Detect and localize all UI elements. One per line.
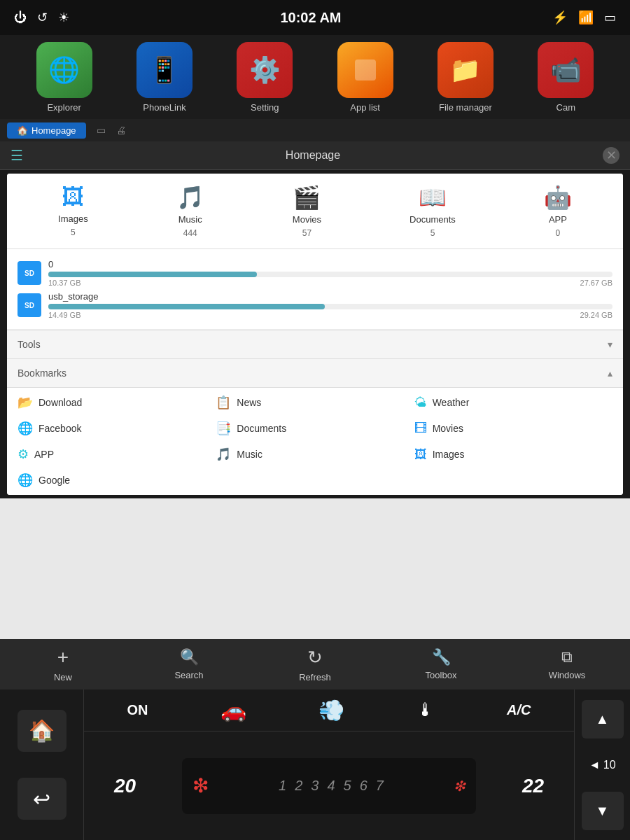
- hamburger-menu[interactable]: ☰: [10, 147, 23, 164]
- tab-homepage[interactable]: 🏠 Homepage: [7, 122, 86, 139]
- main-content: 🖼 Images 5 🎵 Music 444 🎬 Movies 57 📖 Doc…: [7, 174, 623, 495]
- storage-section: SD 0 10.37 GB 27.67 GB SD usb_storage: [7, 249, 623, 330]
- bookmark-news-label: News: [237, 397, 261, 408]
- bookmark-google-label: Google: [38, 475, 70, 486]
- app-count: 0: [556, 228, 561, 238]
- app-explorer[interactable]: 🌐 Explorer: [36, 42, 92, 113]
- bookmark-google[interactable]: 🌐 Google: [18, 472, 216, 488]
- app-phonelink[interactable]: 📱 PhoneLink: [136, 42, 192, 113]
- close-button[interactable]: ✕: [603, 147, 620, 164]
- status-time: 10:02 AM: [280, 10, 341, 26]
- toolbar-search[interactable]: 🔍 Search: [126, 648, 252, 680]
- toolbar-new-label: New: [54, 672, 72, 682]
- bookmark-images[interactable]: 🖼 Images: [414, 447, 612, 462]
- media-app[interactable]: 🤖 APP 0: [544, 184, 572, 238]
- fan-num-6: 6: [360, 778, 368, 794]
- fan-left-icon[interactable]: ❇: [192, 774, 209, 797]
- tools-arrow-icon: ▾: [608, 339, 612, 350]
- storage-usb-info: usb_storage 14.49 GB 29.24 GB: [48, 291, 612, 319]
- homepage-panel: ☰ Homepage ✕: [0, 141, 630, 170]
- refresh-icon[interactable]: ↺: [37, 10, 48, 25]
- car-top-row: ON 🚗 💨 🌡 A/C: [84, 690, 574, 732]
- new-icon: +: [57, 646, 69, 668]
- bookmark-app[interactable]: ⚙ APP: [18, 447, 216, 462]
- bookmark-facebook[interactable]: 🌐 Facebook: [18, 421, 216, 436]
- media-images[interactable]: 🖼 Images 5: [58, 184, 88, 238]
- images-count: 5: [71, 227, 76, 237]
- app-explorer-label: Explorer: [47, 102, 80, 113]
- storage-usb-bar-container: [48, 304, 612, 309]
- car-ac-label[interactable]: A/C: [507, 702, 531, 718]
- toolbar-toolbox-label: Toolbox: [426, 670, 457, 680]
- media-documents[interactable]: 📖 Documents 5: [410, 184, 456, 238]
- music-label: Music: [178, 214, 202, 225]
- toolbar-search-label: Search: [174, 670, 203, 680]
- bookmarks-section-header[interactable]: Bookmarks ▴: [7, 359, 623, 388]
- bookmark-weather-label: Weather: [433, 397, 470, 408]
- phonelink-icon: 📱: [136, 42, 192, 98]
- download-icon: 📂: [18, 395, 33, 410]
- toolbar-new[interactable]: + New: [0, 646, 126, 682]
- app-icon: 🤖: [544, 184, 572, 211]
- sd-icon-usb: SD: [18, 293, 41, 317]
- vol-up-button[interactable]: ▲: [582, 700, 624, 738]
- bookmark-documents-label: Documents: [237, 423, 286, 434]
- fan-num-1: 1: [279, 778, 286, 794]
- toolbar-windows[interactable]: ⧉ Windows: [504, 648, 630, 680]
- vol-down-button[interactable]: ▼: [582, 792, 624, 830]
- media-music[interactable]: 🎵 Music 444: [176, 184, 204, 238]
- bookmark-weather[interactable]: 🌤 Weather: [414, 395, 612, 410]
- bookmark-movies[interactable]: 🎞 Movies: [414, 421, 612, 436]
- bookmark-movies-icon: 🎞: [414, 421, 427, 436]
- app-filemanager-label: File manager: [439, 102, 492, 113]
- storage-0[interactable]: SD 0 10.37 GB 27.67 GB: [18, 259, 612, 287]
- car-mode-icon[interactable]: 🚗: [220, 698, 246, 722]
- applist-icon: [337, 42, 393, 98]
- tools-section[interactable]: Tools ▾: [7, 330, 623, 359]
- bookmark-documents-icon: 📑: [216, 421, 231, 436]
- left-temp-display: 20: [114, 775, 136, 797]
- status-bar: ⏻ ↺ ☀ 10:02 AM ⚡ 📶 ▭: [0, 0, 630, 35]
- car-fan-icon[interactable]: 💨: [318, 698, 344, 722]
- car-main-controls: ON 🚗 💨 🌡 A/C 20 ❇ 1 2 3 4 5 6 7 ❇: [84, 690, 574, 840]
- bookmark-news[interactable]: 📋 News: [216, 395, 414, 410]
- back-button[interactable]: ↩: [18, 778, 66, 820]
- app-filemanager[interactable]: 📁 File manager: [438, 42, 493, 113]
- bookmark-images-label: Images: [433, 449, 465, 460]
- fan-right-icon[interactable]: ❇: [454, 778, 465, 794]
- app-setting-label: Setting: [251, 102, 279, 113]
- homepage-header: ☰ Homepage ✕: [0, 141, 630, 169]
- bookmark-music-label: Music: [237, 449, 262, 460]
- toolbar-toolbox[interactable]: 🔧 Toolbox: [378, 648, 504, 680]
- explorer-icon: 🌐: [36, 42, 92, 98]
- bookmark-music[interactable]: 🎵 Music: [216, 447, 414, 462]
- power-icon[interactable]: ⏻: [14, 10, 27, 25]
- bookmark-app-icon: ⚙: [18, 447, 29, 462]
- car-bottom-row: 20 ❇ 1 2 3 4 5 6 7 ❇ 22: [84, 732, 574, 840]
- tab-bar: 🏠 Homepage ▭ 🖨: [0, 119, 630, 141]
- storage-usb-total: 29.24 GB: [580, 311, 612, 319]
- car-wiper-icon[interactable]: 🌡: [416, 699, 435, 721]
- storage-usb[interactable]: SD usb_storage 14.49 GB 29.24 GB: [18, 291, 612, 319]
- bookmark-images-icon: 🖼: [414, 447, 427, 462]
- bottom-toolbar: + New 🔍 Search ↻ Refresh 🔧 Toolbox ⧉ Win…: [0, 639, 630, 690]
- app-applist[interactable]: App list: [337, 42, 393, 113]
- usb-icon: ⚡: [552, 10, 568, 25]
- media-grid: 🖼 Images 5 🎵 Music 444 🎬 Movies 57 📖 Doc…: [7, 174, 623, 249]
- app-phonelink-label: PhoneLink: [143, 102, 186, 113]
- brightness-icon[interactable]: ☀: [58, 10, 69, 25]
- bookmark-download-label: Download: [38, 397, 82, 408]
- tab-extra-icon2: 🖨: [116, 125, 126, 136]
- toolbar-refresh[interactable]: ↻ Refresh: [252, 647, 378, 682]
- bookmark-download[interactable]: 📂 Download: [18, 395, 216, 410]
- car-control: 🏠 ↩ ON 🚗 💨 🌡 A/C 20 ❇ 1 2 3 4 5 6 7: [0, 690, 630, 840]
- app-cam[interactable]: 📹 Cam: [538, 42, 594, 113]
- bookmark-documents[interactable]: 📑 Documents: [216, 421, 414, 436]
- fan-num-3: 3: [311, 778, 318, 794]
- home-button[interactable]: 🏠: [18, 710, 66, 752]
- car-on-label[interactable]: ON: [127, 702, 148, 718]
- bookmarks-arrow-icon: ▴: [608, 368, 612, 379]
- filemanager-icon: 📁: [438, 42, 493, 98]
- app-setting[interactable]: ⚙️ Setting: [237, 42, 293, 113]
- media-movies[interactable]: 🎬 Movies 57: [293, 184, 321, 238]
